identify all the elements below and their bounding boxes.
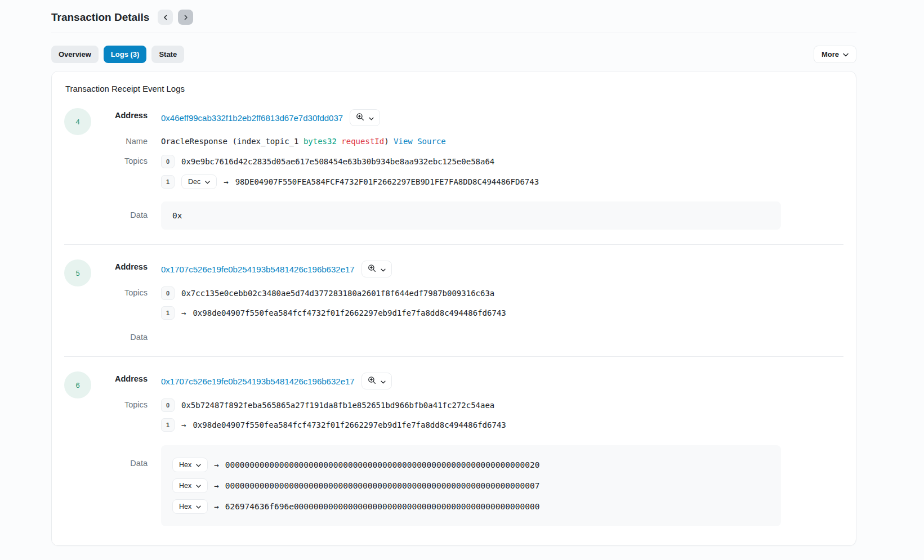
topic-value: 98DE04907F550FEA584FCF4732F01F2662297EB9… xyxy=(235,177,539,186)
log-entry: 4 Address 0x46eff99cab332f1b2eb2ff6813d6… xyxy=(64,108,843,230)
log-index-badge: 4 xyxy=(64,108,91,135)
topic-index-badge: 1 xyxy=(161,175,175,189)
topic-item: 1 → 0x98de04907f550fea584fcf4732f01f2662… xyxy=(161,306,843,320)
next-transaction-button[interactable] xyxy=(178,10,193,25)
data-converter-dropdown[interactable]: Hex xyxy=(172,458,208,472)
address-link[interactable]: 0x1707c526e19fe0b254193b5481426c196b632e… xyxy=(161,377,355,386)
topic-item: 1 → 0x98de04907f550fea584fcf4732f01f2662… xyxy=(161,418,843,432)
converter-label: Hex xyxy=(179,503,191,510)
event-signature: OracleResponse (index_topic_1 xyxy=(161,137,303,146)
tabs: Overview Logs (3) State xyxy=(51,46,184,63)
topic-index-badge: 0 xyxy=(161,155,175,168)
chevron-down-icon xyxy=(196,503,201,510)
topics-label: Topics xyxy=(91,398,148,409)
topic-index-badge: 0 xyxy=(161,286,175,300)
topics-label: Topics xyxy=(91,286,148,297)
chevron-down-icon xyxy=(196,461,201,469)
log-entry: 5 Address 0x1707c526e19fe0b254193b548142… xyxy=(64,244,843,342)
data-converter-dropdown[interactable]: Hex xyxy=(172,499,208,514)
address-link[interactable]: 0x1707c526e19fe0b254193b5481426c196b632e… xyxy=(161,265,355,274)
topic-index-badge: 1 xyxy=(161,306,175,320)
topic-value: 0x5b72487f892feba565865a27f191da8fb1e852… xyxy=(181,401,494,410)
topic-item: 0 0x5b72487f892feba565865a27f191da8fb1e8… xyxy=(161,398,843,412)
topics-row: Topics 0 0x7cc135e0cebb02c3480ae5d74d377… xyxy=(91,286,843,320)
data-word-row: Hex → 626974636f696e00000000000000000000… xyxy=(172,499,770,514)
page-header: Transaction Details xyxy=(51,0,856,33)
topic-item: 0 0x9e9bc7616d42c2835d05ae617e508454e63b… xyxy=(161,155,843,168)
topics-row: Topics 0 0x9e9bc7616d42c2835d05ae617e508… xyxy=(91,155,843,189)
log-entry: 6 Address 0x1707c526e19fe0b254193b548142… xyxy=(64,356,843,526)
tabs-row: Overview Logs (3) State More xyxy=(51,46,856,63)
tab-logs[interactable]: Logs (3) xyxy=(104,46,147,63)
converter-label: Hex xyxy=(179,482,191,490)
chevron-down-icon xyxy=(369,114,374,122)
arrow-glyph: → xyxy=(224,177,228,186)
topic-value: 0x9e9bc7616d42c2835d05ae617e508454e63b30… xyxy=(181,157,494,166)
magnifier-plus-icon xyxy=(368,264,376,274)
topic-item: 1 Dec → 98DE04907F550FEA584FCF4732F01F26… xyxy=(161,174,843,189)
event-param-name: requestId xyxy=(337,137,384,146)
chevron-right-icon xyxy=(183,15,189,20)
address-row: Address 0x46eff99cab332f1b2eb2ff6813d67e… xyxy=(91,109,843,126)
event-signature-close: ) xyxy=(384,137,394,146)
log-index-badge: 6 xyxy=(64,371,91,398)
page: Transaction Details Overview Logs (3) St… xyxy=(0,0,924,560)
arrow-glyph: → xyxy=(181,420,186,429)
address-link[interactable]: 0x46eff99cab332f1b2eb2ff6813d67e7d30fdd0… xyxy=(161,113,343,123)
topic-converter-dropdown[interactable]: Dec xyxy=(181,174,217,189)
topic-item: 0 0x7cc135e0cebb02c3480ae5d74d377283180a… xyxy=(161,286,843,300)
more-label: More xyxy=(822,50,839,59)
address-row: Address 0x1707c526e19fe0b254193b5481426c… xyxy=(91,373,843,389)
chevron-down-icon xyxy=(381,377,386,386)
address-label: Address xyxy=(91,261,148,271)
arrow-glyph: → xyxy=(181,308,186,317)
data-label: Data xyxy=(91,331,148,342)
address-expand-button[interactable] xyxy=(361,373,392,389)
data-word-row: Hex → 0000000000000000000000000000000000… xyxy=(172,478,770,493)
data-box: 0x xyxy=(161,201,781,230)
address-expand-button[interactable] xyxy=(350,109,380,126)
data-box: Hex → 0000000000000000000000000000000000… xyxy=(161,445,781,526)
chevron-down-icon xyxy=(205,178,210,186)
chevron-down-icon xyxy=(196,482,201,490)
topic-value: 0x7cc135e0cebb02c3480ae5d74d377283180a26… xyxy=(181,289,494,298)
address-expand-button[interactable] xyxy=(361,261,392,277)
event-logs-card: Transaction Receipt Event Logs 4 Address… xyxy=(51,71,856,546)
address-label: Address xyxy=(91,109,148,120)
topic-value: 0x98de04907f550fea584fcf4732f01f2662297e… xyxy=(193,308,506,317)
data-label: Data xyxy=(91,201,148,219)
topics-row: Topics 0 0x5b72487f892feba565865a27f191d… xyxy=(91,398,843,432)
view-source-link[interactable]: View Source xyxy=(394,137,446,146)
event-param-type: bytes32 xyxy=(303,137,337,146)
data-row: Data 0x xyxy=(91,201,843,230)
converter-label: Hex xyxy=(179,461,191,469)
arrow-glyph: → xyxy=(214,481,218,490)
data-word-value: 626974636f696e00000000000000000000000000… xyxy=(225,502,540,511)
tab-overview[interactable]: Overview xyxy=(51,46,99,63)
magnifier-plus-icon xyxy=(356,113,364,123)
chevron-down-icon xyxy=(843,50,849,59)
arrow-glyph: → xyxy=(214,460,218,469)
data-label: Data xyxy=(91,445,148,468)
magnifier-plus-icon xyxy=(368,376,376,386)
data-converter-dropdown[interactable]: Hex xyxy=(172,478,208,493)
topic-value: 0x98de04907f550fea584fcf4732f01f2662297e… xyxy=(193,420,506,429)
tab-state[interactable]: State xyxy=(151,46,184,63)
data-word-row: Hex → 0000000000000000000000000000000000… xyxy=(172,458,770,472)
chevron-down-icon xyxy=(381,265,386,274)
page-title: Transaction Details xyxy=(51,11,149,24)
address-row: Address 0x1707c526e19fe0b254193b5481426c… xyxy=(91,261,843,277)
arrow-glyph: → xyxy=(214,502,218,511)
chevron-left-icon xyxy=(163,15,168,20)
address-label: Address xyxy=(91,373,148,383)
data-value: 0x xyxy=(172,211,182,220)
previous-transaction-button[interactable] xyxy=(158,10,173,25)
more-dropdown-button[interactable]: More xyxy=(814,46,856,63)
data-word-value: 0000000000000000000000000000000000000000… xyxy=(225,460,540,469)
topic-index-badge: 0 xyxy=(161,398,175,412)
topic-index-badge: 1 xyxy=(161,418,175,432)
data-row: Data Hex → 00000000000000000000000000000… xyxy=(91,445,843,526)
topics-label: Topics xyxy=(91,155,148,165)
name-row: Name OracleResponse (index_topic_1 bytes… xyxy=(91,135,843,146)
card-heading: Transaction Receipt Event Logs xyxy=(65,84,843,93)
